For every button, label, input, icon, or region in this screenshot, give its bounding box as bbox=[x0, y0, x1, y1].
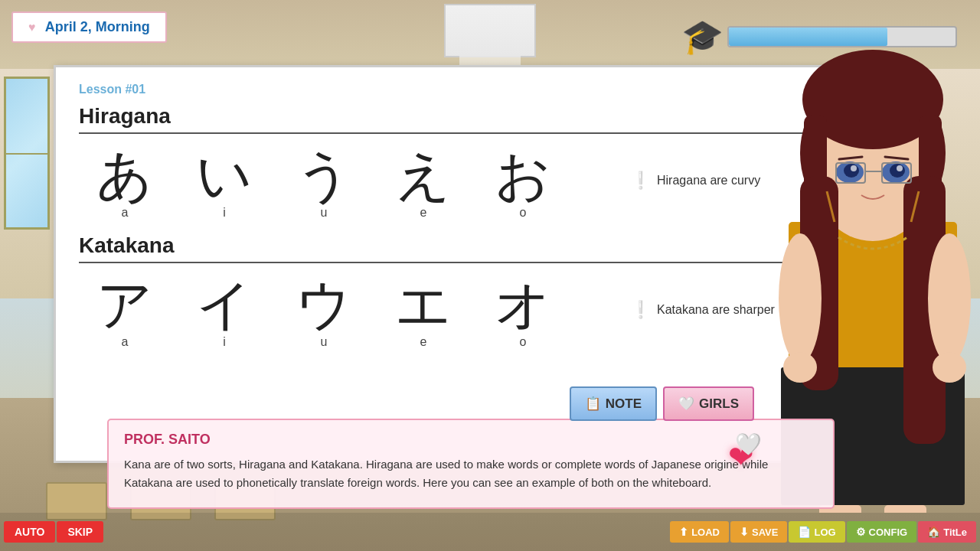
kana-roman-i: i bbox=[223, 206, 226, 220]
kana-roman-e: e bbox=[420, 206, 427, 220]
hiragana-row: あ a い i う u え e お o ❕ Hiragana are curvy bbox=[79, 148, 855, 220]
side-buttons: 📋 NOTE 🤍 GIRLS bbox=[570, 386, 754, 421]
exclamation-icon-hiragana: ❕ bbox=[630, 171, 651, 191]
kana-char-o: お bbox=[495, 148, 551, 203]
kana-roman-a: a bbox=[122, 206, 129, 220]
svg-point-25 bbox=[928, 233, 971, 364]
title-icon: 🏠 bbox=[927, 526, 940, 538]
config-icon: ⚙ bbox=[856, 526, 866, 538]
auto-button[interactable]: AUTO bbox=[4, 521, 55, 543]
kata-roman-e: e bbox=[420, 335, 427, 349]
progress-area: 🎓 bbox=[681, 17, 957, 57]
note-icon: 📋 bbox=[585, 396, 601, 412]
kana-char-i: い bbox=[196, 148, 253, 203]
kata-char-o: オ bbox=[495, 277, 551, 332]
log-label: LOG bbox=[814, 527, 835, 538]
kata-item-e: エ e bbox=[377, 277, 469, 349]
progress-bar bbox=[727, 26, 957, 47]
katakana-title: Katakana bbox=[79, 233, 855, 258]
kata-roman-i: i bbox=[223, 335, 226, 349]
kata-char-e: エ bbox=[395, 277, 452, 332]
date-badge: April 2, Morning bbox=[11, 11, 167, 43]
lesson-label: Lesson #01 bbox=[79, 83, 855, 96]
kana-item-u: う u bbox=[278, 148, 370, 220]
save-button[interactable]: ⬇ SAVE bbox=[730, 521, 787, 543]
toolbar-left: AUTO SKIP bbox=[4, 521, 103, 543]
progress-bar-fill bbox=[729, 28, 887, 46]
dialogue-text: Kana are of two sorts, Hiragana and Kata… bbox=[124, 455, 818, 492]
svg-point-15 bbox=[851, 165, 857, 171]
bottom-toolbar: AUTO SKIP ⬆ LOAD ⬇ SAVE 📄 LOG ⚙ CONFIG 🏠… bbox=[0, 513, 980, 551]
date-label: April 2, Morning bbox=[45, 19, 150, 34]
kata-roman-a: a bbox=[122, 335, 129, 349]
girls-button[interactable]: 🤍 GIRLS bbox=[663, 386, 754, 421]
kata-item-u: ウ u bbox=[278, 277, 370, 349]
title-label: TitLe bbox=[943, 527, 967, 538]
hiragana-chars: あ a い i う u え e お o bbox=[79, 148, 615, 220]
log-icon: 📄 bbox=[798, 526, 811, 538]
exclamation-icon-katakana: ❕ bbox=[630, 300, 651, 320]
svg-point-24 bbox=[779, 233, 822, 364]
dialogue-speaker: PROF. SAITO bbox=[124, 432, 818, 448]
svg-point-13 bbox=[844, 164, 859, 178]
kata-item-a: ア a bbox=[79, 277, 171, 349]
kana-item-a: あ a bbox=[79, 148, 171, 220]
load-label: LOAD bbox=[691, 527, 720, 538]
load-icon: ⬆ bbox=[679, 526, 688, 538]
kana-char-e: え bbox=[395, 148, 452, 203]
note-label: NOTE bbox=[606, 396, 642, 412]
kata-item-i: イ i bbox=[178, 277, 270, 349]
divider-katakana bbox=[79, 262, 855, 263]
girls-label: GIRLS bbox=[699, 396, 739, 412]
log-button[interactable]: 📄 LOG bbox=[789, 521, 844, 543]
heart-small-icon: 🤍 bbox=[735, 432, 762, 457]
kana-item-o: お o bbox=[477, 148, 569, 220]
window-pane bbox=[4, 77, 50, 230]
kata-char-i: イ bbox=[196, 277, 253, 332]
load-button[interactable]: ⬆ LOAD bbox=[670, 521, 729, 543]
kana-roman-u: u bbox=[321, 206, 328, 220]
svg-point-16 bbox=[897, 165, 903, 171]
kana-item-i: い i bbox=[178, 148, 270, 220]
kata-roman-o: o bbox=[520, 335, 527, 349]
katakana-note-text: Katakana are sharper bbox=[657, 303, 775, 317]
katakana-chars: ア a イ i ウ u エ e オ o bbox=[79, 277, 615, 349]
svg-point-26 bbox=[783, 352, 817, 383]
kata-char-u: ウ bbox=[296, 277, 352, 332]
config-button[interactable]: ⚙ CONFIG bbox=[847, 521, 917, 543]
svg-point-27 bbox=[933, 352, 966, 383]
title-button[interactable]: 🏠 TitLe bbox=[918, 521, 976, 543]
kata-char-a: ア bbox=[96, 277, 153, 332]
ceiling-light bbox=[444, 4, 536, 57]
heart-indicator: ❤ 🤍 bbox=[728, 439, 754, 474]
katakana-row: ア a イ i ウ u エ e オ o ❕ Katakana are sharp… bbox=[79, 277, 855, 349]
whiteboard: Lesson #01 Hiragana あ a い i う u え e お o bbox=[54, 65, 880, 463]
windows bbox=[0, 77, 61, 268]
note-button[interactable]: 📋 NOTE bbox=[570, 386, 657, 421]
svg-rect-29 bbox=[884, 505, 926, 513]
hiragana-note: ❕ Hiragana are curvy bbox=[630, 171, 760, 191]
hiragana-note-text: Hiragana are curvy bbox=[657, 174, 760, 187]
kana-char-a: あ bbox=[96, 148, 153, 203]
skip-button[interactable]: SKIP bbox=[57, 521, 103, 543]
hiragana-title: Hiragana bbox=[79, 104, 855, 129]
kata-item-o: オ o bbox=[477, 277, 569, 349]
kana-char-u: う bbox=[296, 148, 352, 203]
kata-roman-u: u bbox=[321, 335, 328, 349]
kana-roman-o: o bbox=[520, 206, 527, 220]
divider-hiragana bbox=[79, 132, 855, 134]
toolbar-right: ⬆ LOAD ⬇ SAVE 📄 LOG ⚙ CONFIG 🏠 TitLe bbox=[670, 521, 976, 543]
config-label: CONFIG bbox=[869, 527, 908, 538]
save-label: SAVE bbox=[752, 527, 778, 538]
graduation-cap-icon: 🎓 bbox=[681, 17, 724, 57]
dialogue-box[interactable]: PROF. SAITO Kana are of two sorts, Hirag… bbox=[107, 419, 835, 509]
save-icon: ⬇ bbox=[740, 526, 749, 538]
heart-icon: 🤍 bbox=[678, 396, 694, 412]
svg-point-14 bbox=[890, 164, 905, 178]
katakana-note: ❕ Katakana are sharper bbox=[630, 300, 775, 320]
kana-item-e: え e bbox=[377, 148, 469, 220]
